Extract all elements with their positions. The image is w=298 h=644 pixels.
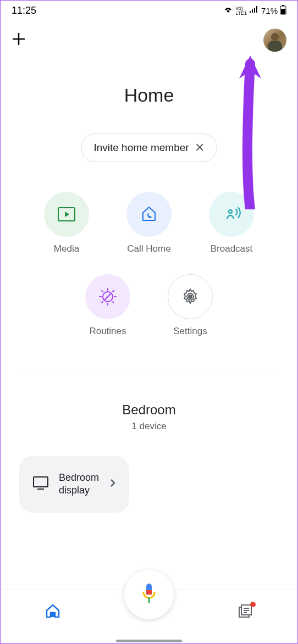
invite-chip-label: Invite home member (93, 142, 189, 154)
volte-icon: Vo)LTE1 (235, 6, 247, 16)
svg-rect-16 (34, 477, 48, 487)
svg-rect-21 (51, 613, 55, 617)
svg-line-11 (102, 291, 103, 292)
divider (19, 370, 279, 370)
signal-icon (249, 6, 259, 15)
action-call-home[interactable]: Call Home (122, 192, 176, 254)
broadcast-icon (209, 192, 254, 237)
room-subtitle: 1 device (1, 421, 297, 432)
svg-rect-2 (281, 9, 285, 14)
call-home-icon (126, 192, 172, 237)
routines-icon (85, 274, 130, 319)
voice-assistant-button[interactable] (124, 570, 174, 619)
status-bar: 11:25 Vo)LTE1 71% (1, 1, 297, 21)
svg-line-14 (102, 302, 103, 303)
svg-line-13 (113, 291, 114, 292)
display-icon (32, 476, 49, 492)
battery-text: 71% (261, 6, 278, 15)
notification-dot (250, 602, 256, 607)
svg-point-15 (189, 295, 192, 298)
action-settings[interactable]: Settings (163, 274, 218, 337)
broadcast-label: Broadcast (211, 243, 253, 254)
media-label: Media (54, 243, 79, 254)
microphone-icon (141, 582, 157, 607)
action-media[interactable]: Media (39, 192, 94, 254)
battery-icon (280, 5, 286, 16)
call-home-label: Call Home (127, 243, 170, 254)
status-right: Vo)LTE1 71% (223, 5, 286, 16)
device-label: Bedroom display (59, 471, 100, 497)
svg-rect-1 (282, 5, 284, 6)
svg-rect-19 (146, 590, 152, 595)
wifi-icon (223, 6, 233, 15)
close-icon[interactable]: ✕ (195, 141, 205, 155)
gesture-handle (116, 640, 182, 642)
routines-label: Routines (89, 326, 126, 337)
svg-point-4 (229, 210, 232, 213)
svg-line-12 (113, 302, 114, 303)
device-card[interactable]: Bedroom display (19, 456, 129, 513)
invite-chip[interactable]: Invite home member ✕ (81, 134, 217, 162)
nav-feed[interactable] (237, 603, 253, 621)
room-title: Bedroom (1, 402, 297, 418)
svg-line-6 (104, 293, 111, 300)
profile-avatar[interactable] (263, 29, 286, 52)
settings-icon (168, 274, 213, 319)
app-header (1, 21, 297, 57)
page-title: Home (1, 85, 297, 106)
add-button[interactable] (12, 31, 26, 49)
action-routines[interactable]: Routines (80, 274, 135, 337)
action-broadcast[interactable]: Broadcast (204, 192, 259, 254)
nav-home[interactable] (45, 603, 61, 621)
settings-label: Settings (173, 326, 207, 337)
chevron-right-icon (109, 478, 116, 490)
annotation-arrow (234, 55, 267, 209)
media-icon (44, 192, 89, 237)
action-grid: Media Call Home Broadcast Routines Setti… (1, 192, 297, 337)
status-time: 11:25 (12, 5, 36, 16)
